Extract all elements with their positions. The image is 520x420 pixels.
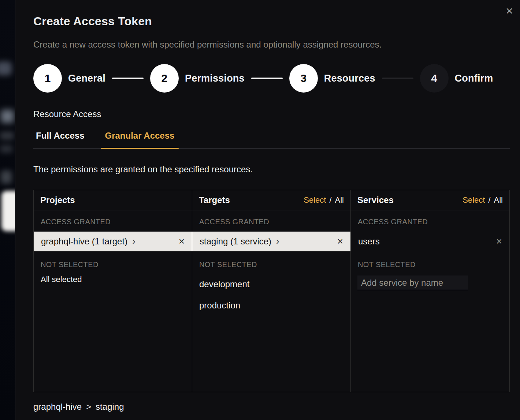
- resource-access-heading: Resource Access: [33, 109, 510, 119]
- remove-icon: ×: [496, 236, 502, 247]
- tab-granular-access[interactable]: Granular Access: [105, 131, 175, 148]
- resource-selection-table: Projects ACCESS GRANTED graphql-hive (1 …: [33, 190, 510, 392]
- step-connector: [251, 78, 283, 79]
- remove-icon: ×: [179, 236, 185, 247]
- access-granted-label: ACCESS GRANTED: [192, 210, 350, 226]
- target-row-development[interactable]: development: [192, 274, 350, 295]
- targets-select-link[interactable]: Select: [304, 195, 326, 205]
- targets-header-actions: Select / All: [304, 195, 344, 205]
- blurred-sidebar-card: [1, 191, 15, 231]
- projects-column-header: Projects: [34, 190, 192, 210]
- service-row-content: users: [358, 236, 380, 247]
- services-column: Services Select / All ACCESS GRANTED use…: [351, 190, 509, 392]
- not-selected-label: NOT SELECTED: [34, 251, 192, 269]
- project-row-content: graphql-hive (1 target) ›: [41, 236, 135, 247]
- services-header-actions: Select / All: [463, 195, 503, 205]
- projects-column-title: Projects: [40, 195, 75, 205]
- step-general-circle: 1: [33, 64, 62, 93]
- step-connector: [382, 78, 413, 79]
- select-all-divider: /: [488, 195, 490, 205]
- target-row-content: staging (1 service) ›: [200, 236, 279, 247]
- step-resources-circle: 3: [289, 64, 318, 93]
- not-selected-label: NOT SELECTED: [351, 251, 509, 269]
- projects-column: Projects ACCESS GRANTED graphql-hive (1 …: [34, 190, 192, 392]
- chevron-right-icon: ›: [276, 236, 279, 246]
- targets-all-link[interactable]: All: [335, 195, 344, 205]
- resource-access-description: The permissions are granted on the speci…: [33, 164, 510, 175]
- select-all-divider: /: [329, 195, 331, 205]
- step-confirm-circle: 4: [420, 64, 449, 93]
- targets-column: Targets Select / All ACCESS GRANTED stag…: [192, 190, 351, 392]
- breadcrumb-separator-icon: >: [86, 402, 91, 412]
- access-granted-label: ACCESS GRANTED: [34, 210, 192, 226]
- resource-access-tabs: Full Access Granular Access: [33, 131, 510, 149]
- step-resources-label: Resources: [324, 73, 375, 84]
- remove-project-button[interactable]: ×: [179, 236, 185, 247]
- service-row-label: users: [358, 236, 380, 247]
- remove-service-button[interactable]: ×: [496, 236, 502, 247]
- not-selected-label: NOT SELECTED: [192, 251, 350, 269]
- close-icon: ×: [506, 4, 513, 18]
- step-permissions-circle: 2: [150, 64, 179, 93]
- target-row-production[interactable]: production: [192, 295, 350, 316]
- access-granted-label: ACCESS GRANTED: [351, 210, 509, 226]
- target-row-staging[interactable]: staging (1 service) › ×: [192, 232, 350, 251]
- breadcrumb-target[interactable]: staging: [96, 402, 124, 412]
- blurred-sidebar-item: [1, 110, 14, 123]
- step-general[interactable]: 1 General: [33, 64, 105, 93]
- blurred-sidebar-item: [0, 145, 12, 153]
- breadcrumb-project[interactable]: graphql-hive: [33, 402, 82, 412]
- step-connector: [112, 78, 144, 79]
- chevron-right-icon: ›: [132, 236, 135, 246]
- project-row-label: graphql-hive (1 target): [41, 236, 127, 247]
- services-all-link[interactable]: All: [494, 195, 503, 205]
- create-access-token-dialog: × Create Access Token Create a new acces…: [15, 0, 520, 420]
- background-page-blur: [0, 0, 15, 420]
- step-confirm[interactable]: 4 Confirm: [420, 64, 493, 93]
- close-button[interactable]: ×: [502, 3, 517, 18]
- services-select-link[interactable]: Select: [463, 195, 485, 205]
- dialog-title: Create Access Token: [33, 15, 510, 28]
- step-confirm-label: Confirm: [455, 73, 493, 84]
- breadcrumb: graphql-hive > staging: [33, 402, 510, 412]
- stepper: 1 General 2 Permissions 3 Resources 4 Co…: [33, 64, 510, 93]
- dialog-subtitle: Create a new access token with specified…: [33, 40, 510, 50]
- target-row-label: staging (1 service): [200, 236, 271, 247]
- remove-target-button[interactable]: ×: [337, 236, 343, 247]
- tab-full-access[interactable]: Full Access: [36, 131, 85, 148]
- services-column-header: Services Select / All: [351, 190, 509, 210]
- services-column-title: Services: [357, 195, 394, 205]
- blurred-sidebar-item: [1, 170, 12, 184]
- all-selected-note: All selected: [34, 269, 192, 284]
- targets-column-title: Targets: [199, 195, 230, 205]
- step-permissions-label: Permissions: [185, 73, 245, 84]
- step-resources[interactable]: 3 Resources: [289, 64, 375, 93]
- project-row-graphql-hive[interactable]: graphql-hive (1 target) › ×: [34, 232, 192, 251]
- service-row-users[interactable]: users ×: [351, 232, 509, 251]
- step-permissions[interactable]: 2 Permissions: [150, 64, 245, 93]
- blurred-sidebar-item: [0, 61, 12, 75]
- remove-icon: ×: [337, 236, 343, 247]
- targets-column-header: Targets Select / All: [192, 190, 350, 210]
- add-service-input[interactable]: [357, 275, 468, 290]
- step-general-label: General: [68, 73, 105, 84]
- blurred-sidebar-item: [0, 132, 14, 140]
